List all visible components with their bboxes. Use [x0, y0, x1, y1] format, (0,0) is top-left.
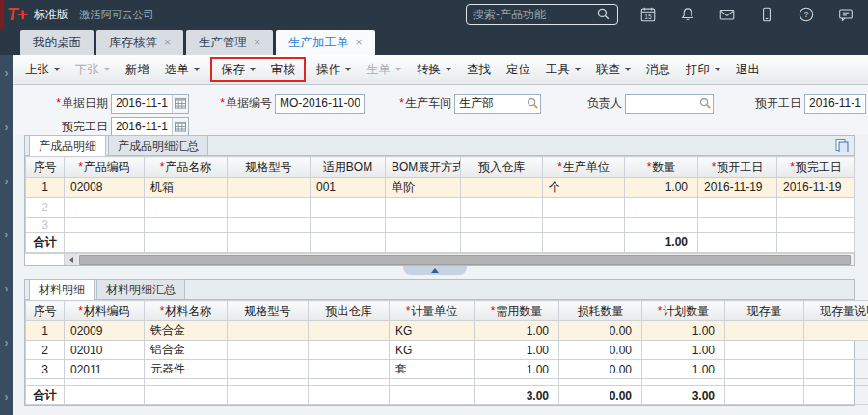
cell-stock[interactable]: [725, 341, 804, 360]
cell-bom-mode[interactable]: 单阶: [386, 178, 461, 198]
toolbar-exit-button[interactable]: 退出: [728, 58, 768, 82]
scroll-left-button[interactable]: [65, 254, 78, 265]
toolbar-linked-query-button[interactable]: 联查: [588, 58, 638, 82]
tab-production-work-order[interactable]: 生产加工单×: [276, 30, 375, 55]
cell-plan-qty[interactable]: 1.00: [642, 360, 725, 379]
cell-code[interactable]: 02009: [65, 321, 145, 341]
lookup-magnifier-icon[interactable]: [526, 95, 540, 113]
cell-name[interactable]: 元器件: [145, 360, 228, 379]
manager-input[interactable]: [626, 96, 698, 112]
toolbar-next-button[interactable]: 下张: [68, 58, 118, 82]
cell-need-qty[interactable]: 1.00: [475, 360, 559, 379]
cell-code[interactable]: 02010: [65, 341, 145, 360]
tab-production-management[interactable]: 生产管理×: [186, 30, 273, 55]
toolbar-generate-button[interactable]: 生单: [359, 58, 409, 82]
lookup-magnifier-icon[interactable]: [698, 95, 713, 113]
toolbar-print-button[interactable]: 打印: [678, 58, 728, 82]
cell-code[interactable]: 02011: [65, 360, 145, 379]
search-input[interactable]: [473, 8, 596, 21]
cell-unit[interactable]: 个: [543, 178, 625, 198]
doc-date-input[interactable]: [112, 96, 172, 112]
bell-icon[interactable]: [679, 6, 696, 23]
expand-chevron-icon[interactable]: ›: [5, 177, 9, 186]
cell-warehouse[interactable]: [309, 321, 390, 341]
toolbar-audit-button[interactable]: 审核: [263, 58, 303, 82]
tab-product-summary[interactable]: 产成品明细汇总: [108, 135, 208, 155]
splitter-handle[interactable]: [403, 266, 467, 275]
cell-warehouse[interactable]: [309, 341, 390, 360]
close-icon[interactable]: ×: [356, 36, 363, 49]
toolbar-pick-order-button[interactable]: 选单: [157, 58, 207, 82]
expand-chevron-icon[interactable]: ›: [5, 284, 9, 293]
plan-finish-input[interactable]: [112, 119, 172, 135]
cell-stock[interactable]: [725, 321, 804, 341]
toolbar-locate-button[interactable]: 定位: [499, 58, 538, 82]
horizontal-scrollbar[interactable]: [25, 253, 854, 265]
cell-plan-qty[interactable]: 1.00: [642, 321, 725, 341]
tab-material-summary[interactable]: 材料明细汇总: [96, 279, 185, 299]
toolbar-tools-button[interactable]: 工具: [538, 58, 588, 82]
toolbar-prev-button[interactable]: 上张: [17, 58, 68, 82]
expand-chevron-icon[interactable]: ›: [5, 338, 9, 347]
calendar-picker-icon[interactable]: [172, 95, 188, 113]
expand-chevron-icon[interactable]: ›: [5, 230, 9, 239]
cell-stock[interactable]: [725, 360, 804, 379]
cell-name[interactable]: 铝合金: [145, 341, 228, 360]
cell-start-date[interactable]: 2016-11-19: [698, 178, 777, 198]
cell-loss-qty[interactable]: 0.00: [559, 360, 642, 379]
copy-icon[interactable]: [834, 138, 850, 156]
cell-spec[interactable]: [228, 360, 309, 379]
cell-qty[interactable]: 1.00: [625, 178, 698, 198]
cell-warehouse[interactable]: [309, 360, 390, 379]
tab-material-detail[interactable]: 材料明细: [29, 279, 95, 300]
cell-warehouse[interactable]: [461, 178, 543, 198]
toolbar-save-button[interactable]: 保存: [213, 58, 263, 82]
close-icon[interactable]: ×: [164, 36, 171, 49]
toolbar-operate-button[interactable]: 操作: [309, 58, 359, 82]
cell-spec[interactable]: [228, 321, 309, 341]
panel-splitter[interactable]: [13, 266, 868, 279]
cell-plan-qty[interactable]: 1.00: [642, 341, 725, 360]
toolbar-new-button[interactable]: 新增: [118, 58, 157, 82]
doc-no-input[interactable]: [276, 96, 364, 112]
cell-loss-qty[interactable]: 0.00: [559, 321, 642, 341]
cell-unit[interactable]: KG: [390, 321, 475, 341]
search-box[interactable]: [466, 4, 618, 25]
toolbar-convert-button[interactable]: 转换: [409, 58, 459, 82]
toolbar-find-button[interactable]: 查找: [459, 58, 499, 82]
cell-finish-date[interactable]: 2016-11-19: [777, 178, 855, 198]
cell-seq[interactable]: 1: [26, 178, 65, 198]
cell-bom[interactable]: 001: [311, 178, 386, 198]
toolbar-message-button[interactable]: 消息: [638, 58, 678, 82]
cell-seq[interactable]: 1: [26, 321, 65, 341]
cell-name[interactable]: 机箱: [145, 178, 228, 198]
cell-seq[interactable]: 3: [26, 218, 65, 233]
cell-spec[interactable]: [228, 341, 309, 360]
tab-my-desktop[interactable]: 我的桌面: [20, 30, 94, 55]
cell-seq[interactable]: 3: [26, 360, 65, 379]
tab-product-detail[interactable]: 产成品明细: [29, 135, 106, 156]
cell-stock-note[interactable]: [804, 360, 868, 379]
plan-start-input[interactable]: [805, 96, 865, 112]
close-icon[interactable]: ×: [254, 36, 260, 49]
help-icon[interactable]: ?: [798, 6, 815, 23]
cell-unit[interactable]: 套: [390, 360, 475, 379]
cell-need-qty[interactable]: 1.00: [475, 321, 559, 341]
cell-loss-qty[interactable]: 0.00: [559, 341, 642, 360]
mail-icon[interactable]: [719, 6, 736, 23]
expand-chevron-icon[interactable]: ›: [5, 123, 9, 132]
expand-chevron-icon[interactable]: ›: [5, 392, 9, 401]
cell-unit[interactable]: KG: [390, 341, 475, 360]
cell-seq[interactable]: 2: [26, 341, 65, 360]
tab-inventory-accounting[interactable]: 库存核算×: [96, 30, 183, 55]
calendar-picker-icon[interactable]: [172, 118, 188, 136]
cell-code[interactable]: 02008: [65, 178, 145, 198]
cell-spec[interactable]: [228, 178, 311, 198]
cell-seq[interactable]: 2: [26, 198, 65, 218]
search-icon[interactable]: [596, 7, 611, 22]
cell-need-qty[interactable]: 1.00: [475, 341, 559, 360]
expand-chevron-icon[interactable]: ›: [5, 69, 9, 78]
cell-stock-note[interactable]: [804, 341, 868, 360]
cell-stock-note[interactable]: [804, 321, 868, 341]
calendar-icon[interactable]: 15: [639, 6, 657, 23]
